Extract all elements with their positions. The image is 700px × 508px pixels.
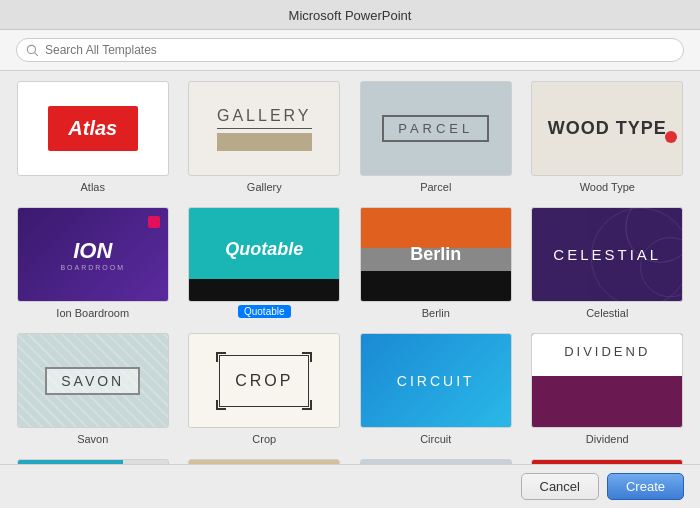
template-label-gallery: Gallery: [247, 181, 282, 193]
template-thumb-quotable: Quotable: [188, 207, 340, 302]
template-grid: Atlas Atlas GALLERY Gallery PARCEL Parce…: [0, 71, 700, 464]
template-item-savon[interactable]: SAVON Savon: [14, 333, 172, 445]
template-thumb-savon: SAVON: [17, 333, 169, 428]
template-item-gallery[interactable]: GALLERY Gallery: [186, 81, 344, 193]
template-item-mainevent[interactable]: MAINEVENT Main Event: [529, 459, 687, 464]
template-thumb-frame: Frame: [17, 459, 169, 464]
template-thumb-mainevent: MAINEVENT: [531, 459, 683, 464]
title-bar: Microsoft PowerPoint: [0, 0, 700, 30]
template-thumb-celestial: CELESTIAL: [531, 207, 683, 302]
template-thumb-organic: Organic: [188, 459, 340, 464]
template-item-droplet[interactable]: DROPLET Droplet: [357, 459, 515, 464]
template-label-dividend: Dividend: [586, 433, 629, 445]
app-title: Microsoft PowerPoint: [289, 8, 412, 23]
template-label-ion: Ion Boardroom: [56, 307, 129, 319]
search-bar: [0, 30, 700, 71]
template-label-crop: Crop: [252, 433, 276, 445]
cancel-button[interactable]: Cancel: [521, 473, 599, 500]
template-item-berlin[interactable]: Berlin Berlin: [357, 207, 515, 319]
template-thumb-crop: CROP: [188, 333, 340, 428]
create-button[interactable]: Create: [607, 473, 684, 500]
template-thumb-circuit: CIRCUIT: [360, 333, 512, 428]
footer: Cancel Create: [0, 464, 700, 508]
template-item-dividend[interactable]: DIVIDEND Dividend: [529, 333, 687, 445]
template-label-circuit: Circuit: [420, 433, 451, 445]
template-item-parcel[interactable]: PARCEL Parcel: [357, 81, 515, 193]
template-label-woodtype: Wood Type: [580, 181, 635, 193]
template-item-quotable[interactable]: Quotable Quotable: [186, 207, 344, 319]
template-thumb-atlas: Atlas: [17, 81, 169, 176]
template-item-organic[interactable]: Organic Organic: [186, 459, 344, 464]
template-thumb-berlin: Berlin: [360, 207, 512, 302]
search-input[interactable]: [16, 38, 684, 62]
template-item-celestial[interactable]: CELESTIAL Celestial: [529, 207, 687, 319]
template-item-frame[interactable]: Frame Frame: [14, 459, 172, 464]
template-item-crop[interactable]: CROP Crop: [186, 333, 344, 445]
template-item-atlas[interactable]: Atlas Atlas: [14, 81, 172, 193]
quotable-badge: Quotable: [238, 305, 291, 318]
template-label-celestial: Celestial: [586, 307, 628, 319]
template-label-atlas: Atlas: [81, 181, 105, 193]
template-thumb-droplet: DROPLET: [360, 459, 512, 464]
template-thumb-dividend: DIVIDEND: [531, 333, 683, 428]
template-item-woodtype[interactable]: WOOD TYPE Wood Type: [529, 81, 687, 193]
template-label-parcel: Parcel: [420, 181, 451, 193]
template-item-ion[interactable]: ION BOARDROOM Ion Boardroom: [14, 207, 172, 319]
template-item-circuit[interactable]: CIRCUIT Circuit: [357, 333, 515, 445]
template-thumb-woodtype: WOOD TYPE: [531, 81, 683, 176]
template-thumb-ion: ION BOARDROOM: [17, 207, 169, 302]
template-thumb-gallery: GALLERY: [188, 81, 340, 176]
template-label-berlin: Berlin: [422, 307, 450, 319]
template-thumb-parcel: PARCEL: [360, 81, 512, 176]
template-label-savon: Savon: [77, 433, 108, 445]
